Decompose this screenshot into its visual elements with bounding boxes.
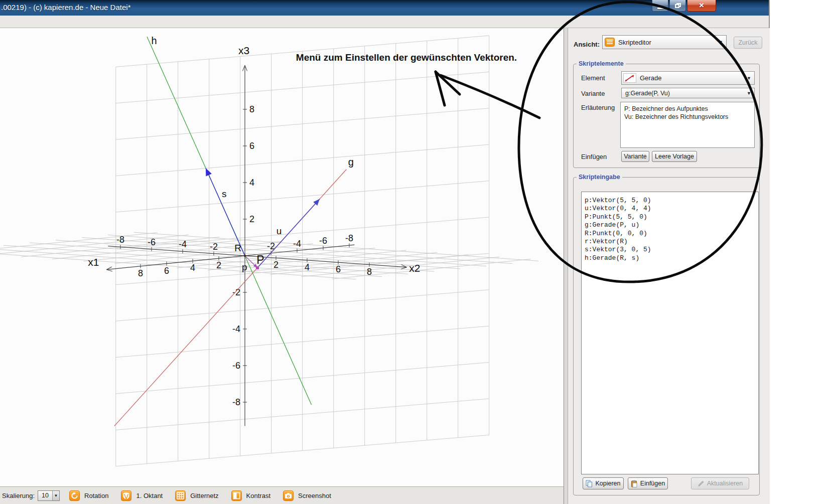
splitter[interactable] (564, 28, 568, 504)
axes: x1-8-6-4-22468x2-8-6-4-22468x3-8-6-4-224… (88, 45, 420, 426)
leere-vorlage-button[interactable]: Leere Vorlage (652, 151, 697, 162)
svg-text:4: 4 (249, 178, 254, 188)
svg-text:x2: x2 (409, 262, 420, 274)
svg-text:2: 2 (273, 260, 279, 270)
script-line: s:Vektor(3, 0, 5) (585, 246, 755, 254)
oktant-button[interactable]: 1. Oktant (121, 490, 166, 501)
variante-select[interactable]: g:Gerade(P, Vu) ▼ (621, 88, 755, 98)
skalierung-select[interactable]: 10 ▼ (38, 490, 60, 501)
script-input-area[interactable]: p:Vektor(5, 5, 0)u:Vektor(0, 4, 4)P:Punk… (581, 192, 759, 474)
ansicht-label: Ansicht: (574, 41, 600, 48)
svg-text:p: p (242, 262, 247, 272)
svg-text:-4: -4 (179, 239, 187, 249)
zurueck-button[interactable]: Zurück (734, 37, 762, 49)
screenshot-root: .00219) - (c) kapieren.de - Neue Datei* … (0, 0, 831, 504)
svg-text:g: g (348, 156, 354, 167)
point-P: P (256, 253, 264, 269)
chevron-down-icon: ▼ (52, 491, 59, 500)
annotation-note: Menü zum Einstellen der gewünschten Vekt… (266, 52, 547, 63)
kontrast-label: Kontrast (246, 492, 270, 499)
pencil-icon (698, 480, 705, 487)
svg-text:4: 4 (190, 263, 195, 273)
skalierung-value: 10 (38, 492, 52, 499)
screenshot-icon (283, 490, 294, 501)
app-window: .00219) - (c) kapieren.de - Neue Datei* … (0, 0, 770, 504)
close-icon: × (699, 1, 704, 11)
side-panel: Ansicht: Skripteditor ▼ Zurück Skriptele… (568, 28, 770, 504)
aktualisieren-label: Aktualisieren (707, 480, 743, 487)
window-title: .00219) - (c) kapieren.de - Neue Datei* (1, 3, 130, 12)
einfuegen-label-text: Einfügen (640, 480, 665, 487)
plot-canvas[interactable]: x1-8-6-4-22468x2-8-6-4-22468x3-8-6-4-224… (0, 28, 564, 504)
oktant-icon (121, 490, 131, 501)
svg-text:x1: x1 (88, 256, 99, 268)
svg-text:-8: -8 (232, 397, 240, 407)
element-value: Gerade (640, 74, 661, 82)
gitternetz-button[interactable]: Gitternetz (175, 490, 221, 501)
variante-insert-button[interactable]: Variante (621, 151, 649, 162)
gitternetz-label: Gitternetz (190, 492, 218, 499)
script-line: u:Vektor(0, 4, 4) (585, 205, 755, 213)
svg-text:h: h (151, 35, 157, 46)
script-line: p:Vektor(5, 5, 0) (585, 197, 755, 205)
ansicht-value: Skripteditor (618, 39, 651, 46)
erlaeuterung-label: Erläuterung (581, 104, 615, 111)
svg-text:u: u (276, 226, 282, 236)
bottom-toolbar: Skalierung: 10 ▼ Rotation 1. Oktant (0, 486, 564, 504)
plot-svg[interactable]: x1-8-6-4-22468x2-8-6-4-22468x3-8-6-4-224… (0, 28, 564, 486)
grid-vertical-plane (116, 36, 489, 466)
rotation-label: Rotation (84, 492, 108, 499)
screenshot-button[interactable]: Screenshot (283, 490, 334, 501)
skalierung-label: Skalierung: (2, 492, 35, 499)
script-line: r:Vektor(R) (585, 238, 755, 246)
chevron-down-icon: ▼ (747, 91, 754, 96)
erlaeuterung-box: P: Bezeichner des Aufpunktes Vu: Bezeich… (620, 102, 755, 148)
script-line: g:Gerade(P, u) (585, 221, 755, 229)
script-line: h:Gerade(R, s) (585, 254, 755, 262)
svg-text:6: 6 (336, 264, 341, 274)
variante-label: Variante (581, 90, 605, 97)
variante-value: g:Gerade(P, Vu) (625, 90, 670, 97)
svg-text:x3: x3 (238, 45, 249, 56)
svg-text:4: 4 (305, 262, 310, 272)
kopieren-button[interactable]: Kopieren (583, 477, 624, 489)
svg-text:2: 2 (216, 260, 221, 270)
svg-text:6: 6 (249, 141, 254, 151)
restore-button[interactable] (669, 0, 686, 12)
skripteingabe-group: Skripteingabe p:Vektor(5, 5, 0)u:Vektor(… (573, 174, 760, 495)
einfuegen-paste-button[interactable]: Einfügen (628, 477, 668, 489)
svg-text:-4: -4 (232, 324, 240, 334)
svg-text:-6: -6 (148, 237, 156, 247)
aktualisieren-button[interactable]: Aktualisieren (691, 477, 749, 489)
skripteingabe-title: Skripteingabe (577, 174, 622, 181)
einfuegen-label: Einfügen (581, 153, 607, 160)
minimize-icon (657, 8, 663, 9)
svg-text:8: 8 (249, 104, 254, 114)
skriptelemente-group: Skriptelemente Element Gerade ▼ Variante… (573, 60, 760, 168)
paste-icon (631, 480, 638, 487)
chevron-down-icon: ▼ (747, 76, 754, 81)
svg-text:-6: -6 (232, 361, 240, 371)
element-select[interactable]: Gerade ▼ (621, 71, 755, 85)
restore-icon (675, 3, 681, 8)
script-buttons-row: Kopieren Einfügen Aktualisieren (574, 477, 759, 490)
svg-text:-4: -4 (293, 239, 301, 249)
skriptelemente-title: Skriptelemente (577, 60, 626, 67)
script-editor-icon (605, 38, 615, 47)
window-controls: × (651, 0, 716, 12)
svg-text:P: P (256, 253, 264, 266)
script-line: R:Punkt(0, 0, 0) (585, 230, 755, 238)
gitternetz-icon (175, 490, 186, 501)
minimize-button[interactable] (652, 0, 668, 12)
kopieren-label: Kopieren (595, 480, 620, 487)
script-line: P:Punkt(5, 5, 0) (585, 213, 755, 221)
svg-text:8: 8 (138, 268, 143, 278)
close-button[interactable]: × (687, 0, 716, 12)
rotation-button[interactable]: Rotation (69, 490, 111, 501)
svg-text:8: 8 (367, 267, 372, 277)
svg-text:-6: -6 (319, 236, 327, 246)
kontrast-button[interactable]: Kontrast (231, 490, 273, 501)
svg-text:-8: -8 (345, 233, 353, 243)
oktant-label: 1. Oktant (136, 492, 163, 499)
ansicht-select[interactable]: Skripteditor ▼ (602, 35, 727, 49)
